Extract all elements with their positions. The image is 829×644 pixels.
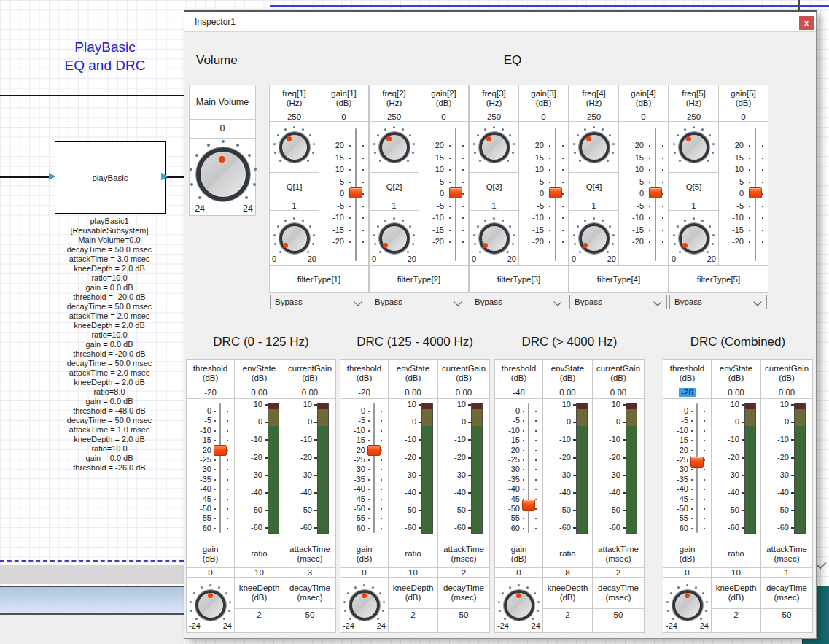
scale-label: -20 [495,446,542,455]
freq-knob[interactable] [669,122,718,173]
q-knob[interactable]: 0 20 [569,211,618,265]
freq-header: freq[5] (Hz) [669,85,718,112]
threshold-value[interactable]: -26 [663,387,711,399]
gain-knob[interactable]: -24 24 [495,578,542,632]
envstate-meter: 100-10-20-30-40-50-60 [543,399,592,540]
kneedepth-label: kneeDepth [239,583,280,593]
freq-knob[interactable] [569,122,618,173]
gain-slider-handle[interactable] [649,187,662,198]
q-knob[interactable]: 0 20 [370,211,419,265]
drc-box: threshold (dB) -20 0-5-10-15-20-25-30-35… [340,359,490,633]
scale-label: 10 [319,165,368,174]
input-signal-line [0,176,50,178]
currentgain-header: currentGain (dB) [761,360,812,387]
q-value: 1 [569,201,618,211]
gain-slider-handle[interactable] [349,187,362,198]
threshold-header: threshold (dB) [187,360,234,387]
close-button[interactable]: x [799,16,814,30]
eq-channel: freq[3] (Hz) 250 Q[3] 1 [469,85,569,309]
threshold-value-text: -20 [358,388,370,397]
gain-knob[interactable]: -24 24 [663,578,711,632]
threshold-value[interactable]: -20 [340,387,388,399]
gain-slider[interactable]: 20151050-5-10-15-20 [419,122,468,265]
block-info-line: ratio=8.0 [22,387,197,397]
filter-type-dropdown[interactable]: Bypass [270,295,367,309]
block-info-line: gain = 0.0 dB [22,283,197,292]
attacktime-value: 1 [761,568,812,578]
scale-label: -20 [719,237,768,247]
gain-label: gain[2] [431,89,456,98]
block-info-line: threshold = -20.0 dB [22,349,197,359]
scale-label: -60 [340,524,388,533]
scale-label: -40 [663,484,711,494]
scale-label: -50 [187,504,234,513]
playbasic-block[interactable]: playBasic [55,141,166,214]
q-knob[interactable]: 0 20 [270,211,319,265]
threshold-slider-handle[interactable] [522,500,535,511]
scale-label: -15 [319,225,368,235]
scale-label: -5 [619,201,668,211]
gain-unit: (dB) [436,98,452,108]
knob-face [579,223,610,254]
main-volume-knob[interactable]: -24 24 [190,139,255,215]
threshold-slider[interactable]: 0-5-10-15-20-25-30-35-40-45-50-55-60 [495,399,542,540]
threshold-slider-handle[interactable] [367,445,381,456]
threshold-value[interactable]: -20 [187,387,234,399]
gain-slider[interactable]: 20151050-5-10-15-20 [619,122,668,265]
gain-slider-handle[interactable] [749,187,762,198]
drc-group: DRC (> 4000 Hz) threshold (dB) -48 0-5-1… [494,330,645,633]
title-bar[interactable]: Inspector1 x [184,12,816,32]
drc-group: DRC (Combined) threshold (dB) -26 0-5-10… [663,330,813,633]
threshold-slider[interactable]: 0-5-10-15-20-25-30-35-40-45-50-55-60 [187,399,234,540]
threshold-slider-handle[interactable] [690,457,704,468]
freq-knob[interactable] [370,122,419,173]
kneedepth-label: kneeDepth [393,583,434,593]
scale-label: -60 [663,524,711,533]
freq-knob[interactable] [270,122,319,173]
chevron-down-icon [653,298,661,306]
eq-channel: freq[4] (Hz) 250 Q[4] 1 [569,85,669,309]
filter-type-dropdown[interactable]: Bypass [370,295,467,309]
gain-slider-handle[interactable] [549,187,562,198]
threshold-slider[interactable]: 0-5-10-15-20-25-30-35-40-45-50-55-60 [663,399,711,540]
block-info-line: decayTime = 50.0 msec [22,302,197,311]
block-info-line: decayTime = 50.0 msec [22,245,197,255]
scale-label: -55 [340,513,388,523]
gain-knob[interactable]: -24 24 [187,578,234,632]
filter-type-dropdown[interactable]: Bypass [569,295,667,309]
threshold-value[interactable]: -48 [495,387,542,399]
currentgain-label: currentGain [442,364,486,373]
ratio-value: 10 [389,568,437,578]
scale-label: -15 [419,225,468,235]
scale-label: 0 [340,406,388,416]
threshold-slider-handle[interactable] [214,445,227,456]
gain-header: gain (dB) [495,540,542,568]
gain-slider[interactable]: 20151050-5-10-15-20 [719,122,768,265]
freq-knob[interactable] [470,122,518,173]
gain-slider-handle[interactable] [449,187,462,198]
kneedepth-header: kneeDepth (dB) [543,578,592,609]
gain-header: gain[5] (dB) [719,85,768,112]
q-knob[interactable]: 0 20 [669,211,718,265]
scale-label: -15 [187,435,234,445]
ratio-header: ratio [235,540,284,568]
threshold-slider[interactable]: 0-5-10-15-20-25-30-35-40-45-50-55-60 [340,399,388,540]
freq-unit: (Hz) [386,98,402,108]
knob-min-label: -24 [666,621,677,631]
scale-label: 5 [619,177,668,187]
filter-type-dropdown[interactable]: Bypass [470,295,567,309]
currentgain-unit: (dB) [610,373,626,383]
currentgain-label: currentGain [765,364,809,373]
block-info: playBasic1[ReusableSubsystem]Main Volume… [22,217,197,473]
scale-label: -5 [340,416,388,425]
freq-value: 250 [669,112,718,122]
gain-slider[interactable]: 20151050-5-10-15-20 [519,122,568,265]
gain-slider[interactable]: 20151050-5-10-15-20 [319,122,368,265]
q-min-label: 0 [572,255,576,264]
gain-knob[interactable]: -24 24 [340,578,388,632]
volume-max-label: 24 [243,204,253,214]
currentgain-unit: (dB) [779,373,795,383]
filter-type-dropdown[interactable]: Bypass [669,295,767,309]
scale-label: -45 [663,494,711,504]
q-knob[interactable]: 0 20 [470,211,518,265]
